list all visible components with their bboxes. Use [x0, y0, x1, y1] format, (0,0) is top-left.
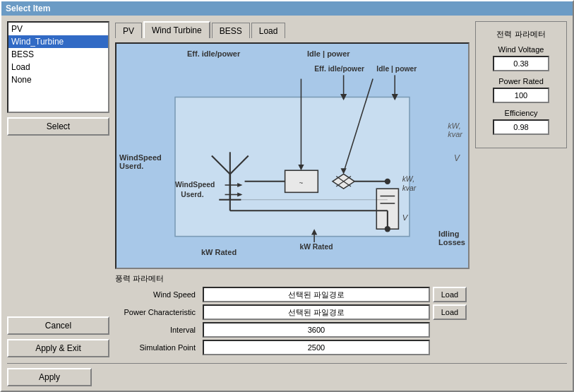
apply-exit-button[interactable]: Apply & Exit: [7, 339, 109, 357]
cancel-button[interactable]: Cancel: [7, 316, 109, 335]
label-kw-rated: kW Rated: [201, 248, 237, 256]
efficiency-input[interactable]: [493, 119, 549, 135]
label-idling-losses: IdlingLosses: [438, 230, 465, 247]
wind-voltage-param: Wind Voltage: [483, 45, 559, 71]
title-bar: Select Item: [1, 1, 573, 16]
power-rated-param: Power Rated: [483, 77, 559, 103]
diagram-svg: ~: [116, 44, 468, 268]
tab-bar: PV Wind Turbine BESS Load: [115, 21, 470, 38]
svg-rect-0: [175, 97, 409, 237]
efficiency-param: Efficiency: [483, 109, 559, 135]
tab-bess[interactable]: BESS: [212, 23, 250, 38]
wind-voltage-input[interactable]: [493, 56, 549, 71]
sim-point-input[interactable]: [203, 340, 430, 355]
main-window: Select Item PV Wind_Turbine BESS Load No…: [0, 0, 574, 392]
bottom-buttons: Cancel Apply & Exit: [7, 309, 109, 357]
label-idle-power: Idle | power: [307, 49, 350, 58]
wind-speed-row: Wind Speed Load: [115, 287, 470, 302]
power-char-load-btn[interactable]: Load: [433, 304, 467, 320]
svg-text:Eff. idle/power: Eff. idle/power: [314, 65, 364, 73]
wind-params-title: 풍력 파라메터: [115, 273, 470, 284]
wind-params-section: 풍력 파라메터 Wind Speed Load Power Characteri…: [115, 273, 470, 357]
list-item-pv[interactable]: PV: [8, 23, 108, 35]
power-rated-label: Power Rated: [498, 77, 544, 85]
svg-text:Userd.: Userd.: [181, 191, 203, 198]
diagram-area: ~: [115, 42, 470, 269]
tab-wind-turbine[interactable]: Wind Turbine: [143, 21, 210, 38]
select-button[interactable]: Select: [7, 117, 109, 136]
interval-row: Interval: [115, 322, 470, 338]
list-item-none[interactable]: None: [8, 73, 108, 86]
wind-voltage-label: Wind Voltage: [498, 45, 544, 54]
wind-speed-load-btn[interactable]: Load: [433, 287, 467, 302]
tab-load[interactable]: Load: [251, 23, 286, 38]
footer-area: Apply: [1, 364, 573, 391]
sim-point-row: Simulation Point: [115, 340, 470, 355]
interval-input[interactable]: [203, 322, 430, 338]
svg-text:kW Rated: kW Rated: [299, 243, 333, 251]
apply-button[interactable]: Apply: [7, 368, 92, 386]
list-item-bess[interactable]: BESS: [8, 48, 108, 61]
right-section-title: 전력 파라메터: [483, 29, 559, 40]
svg-text:WindSpeed: WindSpeed: [175, 181, 215, 189]
svg-text:Idle | power: Idle | power: [376, 65, 417, 73]
item-list[interactable]: PV Wind_Turbine BESS Load None: [7, 21, 109, 113]
power-rated-input[interactable]: [493, 88, 549, 103]
svg-point-13: [385, 179, 390, 184]
list-item-load[interactable]: Load: [8, 61, 108, 73]
svg-text:~: ~: [299, 179, 304, 186]
label-kw-kvar: kW,kvar: [448, 121, 462, 138]
left-panel: PV Wind_Turbine BESS Load None Select Ca…: [7, 21, 109, 357]
right-panel: 전력 파라메터 Wind Voltage Power Rated Efficie…: [475, 21, 567, 357]
svg-text:kvar: kvar: [402, 184, 417, 192]
wind-speed-input[interactable]: [203, 287, 430, 302]
sim-point-label: Simulation Point: [115, 343, 200, 352]
power-char-row: Power Characteristic Load: [115, 304, 470, 320]
window-title: Select Item: [6, 4, 50, 13]
wind-speed-label: Wind Speed: [115, 290, 200, 299]
label-windspeed: WindSpeedUserd.: [119, 153, 162, 170]
tab-pv[interactable]: PV: [115, 23, 142, 38]
power-char-input[interactable]: [203, 304, 430, 320]
svg-text:kW,: kW,: [402, 175, 414, 183]
power-char-label: Power Characteristic: [115, 308, 200, 316]
label-eff-idle: Eff. idle/power: [187, 49, 240, 58]
list-item-wind-turbine[interactable]: Wind_Turbine: [8, 35, 108, 48]
label-v: V: [454, 153, 460, 163]
efficiency-label: Efficiency: [505, 109, 538, 117]
interval-label: Interval: [115, 326, 200, 334]
main-panel: PV Wind Turbine BESS Load: [115, 21, 470, 357]
